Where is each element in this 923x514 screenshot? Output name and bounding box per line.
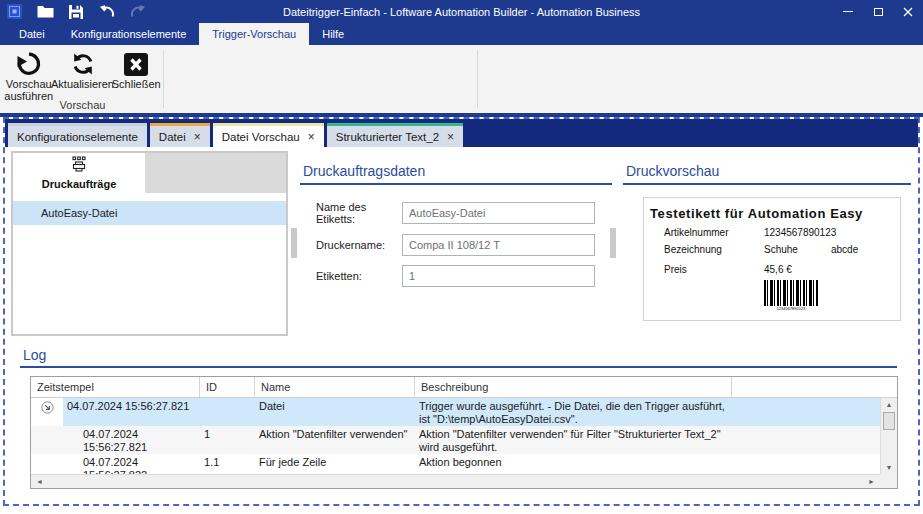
log-cell-id — [200, 398, 255, 426]
doc-tab-datei-vorschau[interactable]: Datei Vorschau × — [213, 123, 324, 147]
log-cell-timestamp: 04.07.2024 15:56:27.822 — [63, 454, 200, 474]
print-job-data-panel: Druckauftragsdaten Name des Etiketts: Dr… — [300, 147, 612, 296]
label-field-value: 45,6 € — [764, 264, 831, 275]
label-row: Preis 45,6 € — [664, 264, 900, 275]
label-count-field[interactable] — [402, 265, 595, 287]
print-preview-panel: Druckvorschau Testetikett für Automation… — [623, 147, 911, 321]
undo-icon[interactable] — [98, 3, 116, 21]
ribbon-tab-datei[interactable]: Datei — [6, 23, 58, 45]
close-tab-icon[interactable]: × — [194, 132, 201, 142]
vertical-scrollbar[interactable]: ▲ ▼ — [880, 398, 897, 474]
log-cell-icon — [31, 454, 63, 474]
close-tab-icon[interactable]: × — [308, 132, 315, 142]
label-field-extra: abcde — [831, 244, 900, 255]
document-tab-bar: Konfigurationselemente Datei × Datei Vor… — [5, 119, 918, 147]
ribbon-tab-hilfe[interactable]: Hilfe — [309, 23, 357, 45]
label-field-name: Bezeichnung — [664, 244, 764, 255]
scrollbar-corner — [880, 474, 897, 488]
tab-druckauftraege[interactable]: Druckaufträge — [13, 153, 145, 193]
ribbon-group-label: Vorschau — [2, 99, 163, 111]
content-area: Druckaufträge AutoEasy-Datei Druckauftra… — [5, 147, 918, 504]
column-header-zeitstempel[interactable]: Zeitstempel — [31, 377, 200, 397]
close-square-icon — [124, 50, 148, 78]
column-header-id[interactable]: ID — [200, 377, 255, 397]
barcode-caption: 1234567890123 — [764, 306, 818, 311]
horizontal-scrollbar[interactable]: ◄ ► — [31, 474, 880, 488]
printer-icon — [69, 156, 89, 176]
tabstrip-filler — [145, 153, 286, 193]
doc-tab-konfigurationselemente[interactable]: Konfigurationselemente — [8, 123, 147, 147]
scroll-right-icon[interactable]: ► — [868, 478, 875, 485]
log-cell-name: Datei — [255, 398, 415, 426]
label-name-field[interactable] — [402, 202, 595, 224]
log-cell-id: 1.1 — [200, 454, 255, 474]
label-field-name: Artikelnummer — [664, 227, 764, 238]
ribbon-separator-2 — [477, 50, 478, 108]
scroll-down-icon[interactable]: ▼ — [881, 461, 897, 474]
ribbon-group-vorschau: Vorschau ausführen Aktualisieren Schließ… — [2, 45, 163, 113]
log-cell-id: 1 — [200, 426, 255, 454]
refresh-button[interactable]: Aktualisieren — [56, 48, 110, 102]
form-row: Etiketten: — [300, 265, 612, 287]
log-cell-filler — [732, 426, 880, 454]
doc-tab-datei[interactable]: Datei × — [150, 123, 210, 147]
log-row[interactable]: 04.07.2024 15:56:27.821 1 Aktion "Datenf… — [31, 426, 880, 454]
log-cell-filler — [732, 454, 880, 474]
window-controls — [833, 0, 923, 23]
doc-tab-label: Datei Vorschau — [222, 131, 300, 143]
column-header-beschreibung[interactable]: Beschreibung — [415, 377, 732, 397]
run-preview-icon — [16, 50, 42, 78]
field-label-drucker: Druckername: — [316, 239, 402, 251]
refresh-icon — [71, 50, 95, 78]
log-cell-description: Trigger wurde ausgeführt. - Die Datei, d… — [415, 398, 732, 426]
save-icon[interactable] — [67, 3, 85, 21]
label-preview: Testetikett für Automation Easy Artikeln… — [643, 197, 901, 321]
splitter-right[interactable] — [610, 228, 616, 258]
open-file-icon[interactable] — [36, 3, 54, 21]
doc-tab-label: Konfigurationselemente — [17, 131, 138, 143]
print-preview-heading: Druckvorschau — [623, 163, 911, 185]
close-window-button[interactable] — [893, 0, 923, 23]
splitter-left[interactable] — [291, 228, 297, 258]
label-row: Bezeichnung Schuhe abcde — [664, 244, 900, 255]
ribbon-body: Vorschau ausführen Aktualisieren Schließ… — [0, 45, 923, 113]
ribbon-tab-trigger-vorschau[interactable]: Trigger-Vorschau — [199, 23, 309, 45]
field-label-etiketten: Etiketten: — [316, 270, 402, 282]
maximize-button[interactable] — [863, 0, 893, 23]
work-area: Konfigurationselemente Datei × Datei Vor… — [3, 117, 920, 506]
ribbon-tab-konfigurationselemente[interactable]: Konfigurationselemente — [58, 23, 200, 45]
barcode-bars — [764, 280, 818, 306]
tab-druckauftraege-label: Druckaufträge — [42, 178, 117, 190]
minimize-button[interactable] — [833, 0, 863, 23]
log-row[interactable]: 04.07.2024 15:56:27.822 1.1 Für jede Zei… — [31, 454, 880, 474]
log-cell-name: Aktion "Datenfilter verwenden" — [255, 426, 415, 454]
scrollbar-thumb[interactable] — [883, 412, 895, 430]
doc-tab-strukturierter-text-2[interactable]: Strukturierter Text_2 × — [327, 123, 463, 147]
label-field-extra — [831, 264, 900, 275]
expand-row-icon[interactable] — [31, 398, 63, 426]
log-section: Log Zeitstempel ID Name Beschreibung 04.… — [20, 347, 897, 489]
ribbon-group-separator — [163, 50, 164, 108]
log-row[interactable]: 04.07.2024 15:56:27.821 Datei Trigger wu… — [31, 398, 880, 426]
app-window: { "titlebar": { "title": "Dateitrigger-E… — [0, 0, 923, 514]
label-title: Testetikett für Automation Easy — [650, 206, 900, 221]
doc-tab-label: Strukturierter Text_2 — [336, 131, 439, 143]
close-tab-icon[interactable]: × — [447, 132, 454, 142]
app-icon[interactable] — [5, 3, 23, 21]
log-cell-description: Aktion begonnen — [415, 454, 732, 474]
close-preview-button[interactable]: Schließen — [110, 48, 164, 102]
log-cell-icon — [31, 426, 63, 454]
run-preview-button[interactable]: Vorschau ausführen — [2, 48, 56, 102]
label-field-name: Preis — [664, 264, 764, 275]
log-cell-timestamp: 04.07.2024 15:56:27.821 — [63, 426, 200, 454]
printer-name-field[interactable] — [402, 234, 595, 256]
scroll-up-icon[interactable]: ▲ — [881, 398, 897, 411]
log-table-header: Zeitstempel ID Name Beschreibung — [31, 377, 897, 398]
print-job-form: Name des Etiketts: Druckername: Etikette… — [300, 201, 612, 287]
column-header-filler — [732, 377, 897, 397]
log-cell-filler — [732, 398, 880, 426]
column-header-name[interactable]: Name — [255, 377, 415, 397]
scroll-left-icon[interactable]: ◄ — [36, 478, 43, 485]
print-job-list-item[interactable]: AutoEasy-Datei — [13, 201, 286, 225]
maximize-icon — [874, 8, 883, 16]
